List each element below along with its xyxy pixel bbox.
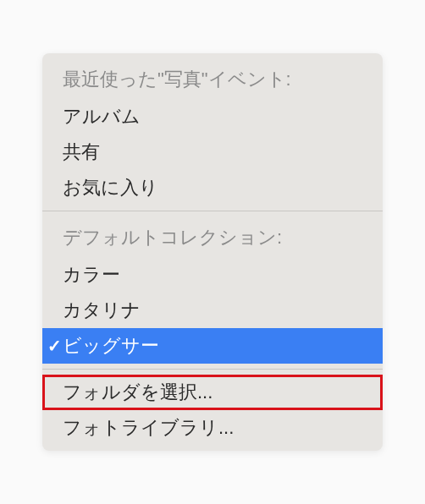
menu-item-label: お気に入り xyxy=(63,175,383,200)
menu-item-label: フォルダを選択... xyxy=(63,380,383,405)
menu-item-label: カタリナ xyxy=(63,298,383,323)
menu-section-header: 最近使った"写真"イベント: xyxy=(42,58,383,99)
menu-separator xyxy=(42,211,383,211)
menu-item-label: アルバム xyxy=(63,104,383,129)
menu-separator xyxy=(42,369,383,370)
menu-item-label: 共有 xyxy=(63,140,383,165)
context-menu: 最近使った"写真"イベント: ✓ アルバム ✓ 共有 ✓ お気に入り デフォルト… xyxy=(42,53,383,451)
menu-section-header: デフォルトコレクション: xyxy=(42,216,383,257)
menu-item-label: カラー xyxy=(63,262,383,288)
menu-item-label: ビッグサー xyxy=(63,333,383,359)
menu-item-photo-library[interactable]: ✓ フォトライブラリ... xyxy=(42,410,383,446)
menu-item-favorites[interactable]: ✓ お気に入り xyxy=(42,170,383,205)
menu-item-bigsur[interactable]: ✓ ビッグサー xyxy=(42,328,383,364)
menu-item-choose-folder[interactable]: ✓ フォルダを選択... xyxy=(42,375,383,410)
menu-item-catalina[interactable]: ✓ カタリナ xyxy=(42,293,383,328)
menu-item-label: フォトライブラリ... xyxy=(63,415,383,441)
menu-item-color[interactable]: ✓ カラー xyxy=(42,257,383,293)
menu-item-album[interactable]: ✓ アルバム xyxy=(42,99,383,134)
menu-item-share[interactable]: ✓ 共有 xyxy=(42,134,383,170)
